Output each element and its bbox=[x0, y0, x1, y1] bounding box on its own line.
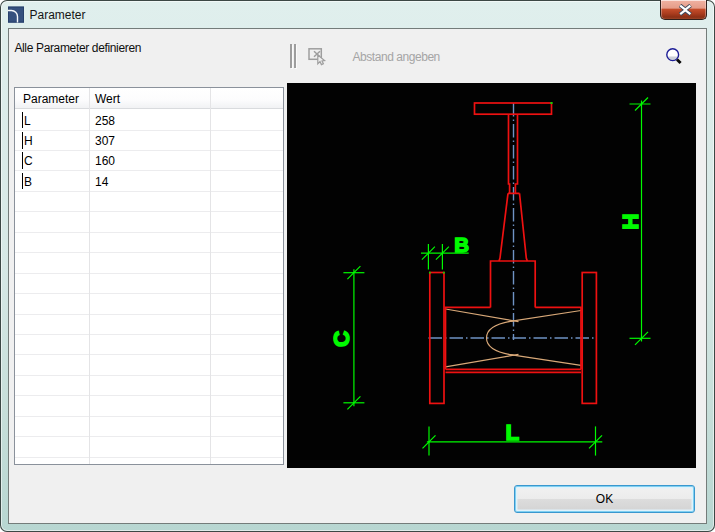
svg-text:C: C bbox=[329, 331, 354, 347]
svg-text:H: H bbox=[618, 213, 643, 229]
svg-text:B: B bbox=[454, 233, 469, 256]
svg-text:L: L bbox=[505, 420, 519, 445]
